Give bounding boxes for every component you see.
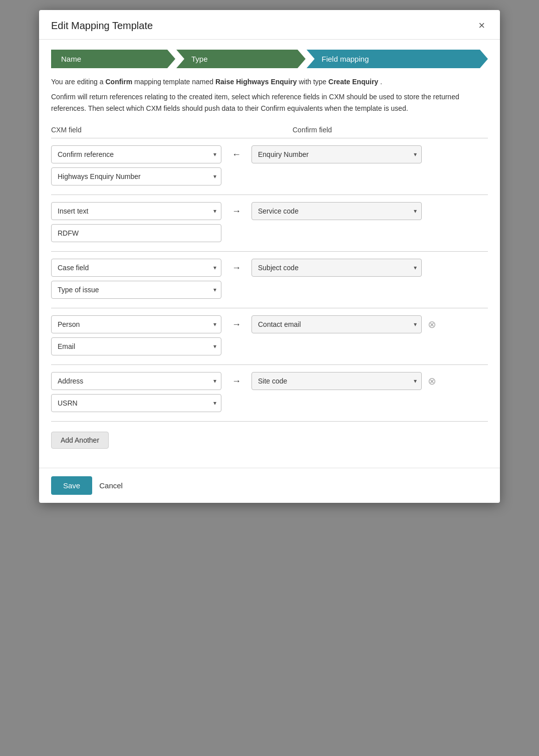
mapping-section-2: Insert text ▾ → Service code ▾: [51, 195, 488, 251]
cxm-field-header: CXM field: [51, 126, 246, 134]
modal-footer: Save Cancel: [39, 468, 500, 503]
sub-cxm-select-3[interactable]: Type of issue: [51, 281, 221, 299]
arrow-right-3: →: [221, 263, 251, 273]
stepper: Name Type Field mapping: [51, 50, 488, 68]
mapping-row-1: Confirm reference ▾ ← Enquiry Number ▾: [51, 145, 488, 163]
sub-row-2-text: [51, 224, 488, 242]
arrow-right-2: →: [221, 206, 251, 217]
cxm-select-wrapper-5: Address ▾: [51, 372, 221, 390]
modal: Edit Mapping Template × Name Type Field …: [39, 10, 500, 503]
sub-cxm-select-5[interactable]: USRN: [51, 394, 221, 412]
close-button[interactable]: ×: [475, 19, 488, 32]
mapping-row-5: Address ▾ → Site code ▾ ⊗: [51, 372, 488, 390]
confirm-select-5[interactable]: Site code: [251, 372, 422, 390]
modal-header: Edit Mapping Template ×: [39, 10, 500, 40]
sub-cxm-select-wrapper-4: Email ▾: [51, 337, 221, 355]
desc-line2: Confirm will return references relating …: [51, 91, 488, 114]
cxm-select-wrapper-1: Confirm reference ▾: [51, 145, 221, 163]
confirm-select-3[interactable]: Subject code: [251, 259, 422, 277]
confirm-select-2[interactable]: Service code: [251, 202, 422, 220]
description: You are editing a Confirm mapping templa…: [39, 76, 500, 126]
mapping-section-4: Person ▾ → Contact email ▾ ⊗ Email: [51, 308, 488, 364]
desc-mid2: with type: [299, 78, 328, 86]
save-button[interactable]: Save: [51, 476, 92, 495]
step-type[interactable]: Type: [176, 50, 306, 68]
sub-cxm-select-4[interactable]: Email: [51, 337, 221, 355]
sub-cxm-select-wrapper-1: Highways Enquiry Number ▾: [51, 167, 221, 185]
step-name[interactable]: Name: [51, 50, 175, 68]
modal-body: CXM field Confirm field Confirm referenc…: [39, 126, 500, 468]
sub-row-4: Email ▾: [51, 337, 488, 355]
cxm-select-wrapper-4: Person ▾: [51, 315, 221, 333]
confirm-select-wrapper-2: Service code ▾: [251, 202, 422, 220]
desc-brand: Confirm: [105, 78, 132, 86]
mapping-row-2: Insert text ▾ → Service code ▾: [51, 202, 488, 220]
mapping-section-1: Confirm reference ▾ ← Enquiry Number ▾ H…: [51, 138, 488, 195]
arrow-right-4: →: [221, 319, 251, 330]
mapping-section-3: Case field ▾ → Subject code ▾ Type of is…: [51, 251, 488, 308]
cxm-select-wrapper-2: Insert text ▾: [51, 202, 221, 220]
confirm-select-1[interactable]: Enquiry Number: [251, 145, 422, 163]
confirm-select-wrapper-3: Subject code ▾: [251, 259, 422, 277]
confirm-select-4[interactable]: Contact email: [251, 315, 422, 333]
cancel-button[interactable]: Cancel: [99, 481, 123, 490]
confirm-select-wrapper-1: Enquiry Number ▾: [251, 145, 422, 163]
sub-cxm-select-wrapper-3: Type of issue ▾: [51, 281, 221, 299]
cxm-select-wrapper-3: Case field ▾: [51, 259, 221, 277]
desc-mid: mapping template named: [134, 78, 215, 86]
step-field-mapping[interactable]: Field mapping: [307, 50, 488, 68]
desc-template-name: Raise Highways Enquiry: [215, 78, 297, 86]
confirm-field-header: Confirm field: [293, 126, 488, 134]
cxm-select-4[interactable]: Person: [51, 315, 221, 333]
sub-row-1: Highways Enquiry Number ▾: [51, 167, 488, 185]
columns-header: CXM field Confirm field: [51, 126, 488, 134]
confirm-select-wrapper-4: Contact email ▾: [251, 315, 422, 333]
arrow-left-1: ←: [221, 149, 251, 160]
text-input-2[interactable]: [51, 224, 221, 242]
desc-suffix: .: [380, 78, 382, 86]
mapping-section-5: Address ▾ → Site code ▾ ⊗ USRN: [51, 364, 488, 421]
add-another-section: Add Another: [51, 421, 488, 456]
desc-type: Create Enquiry: [329, 78, 379, 86]
add-another-button[interactable]: Add Another: [51, 432, 109, 449]
confirm-select-wrapper-5: Site code ▾: [251, 372, 422, 390]
arrow-right-5: →: [221, 376, 251, 387]
sub-row-3: Type of issue ▾: [51, 281, 488, 299]
desc-prefix: You are editing a: [51, 78, 105, 86]
cxm-select-3[interactable]: Case field: [51, 259, 221, 277]
remove-button-5[interactable]: ⊗: [426, 376, 438, 386]
cxm-select-5[interactable]: Address: [51, 372, 221, 390]
sub-row-5: USRN ▾: [51, 394, 488, 412]
remove-button-4[interactable]: ⊗: [426, 319, 438, 329]
cxm-select-2[interactable]: Insert text: [51, 202, 221, 220]
mapping-row-3: Case field ▾ → Subject code ▾: [51, 259, 488, 277]
sub-cxm-select-1[interactable]: Highways Enquiry Number: [51, 167, 221, 185]
sub-cxm-select-wrapper-5: USRN ▾: [51, 394, 221, 412]
mapping-row-4: Person ▾ → Contact email ▾ ⊗: [51, 315, 488, 333]
cxm-select-1[interactable]: Confirm reference: [51, 145, 221, 163]
modal-title: Edit Mapping Template: [51, 20, 153, 32]
